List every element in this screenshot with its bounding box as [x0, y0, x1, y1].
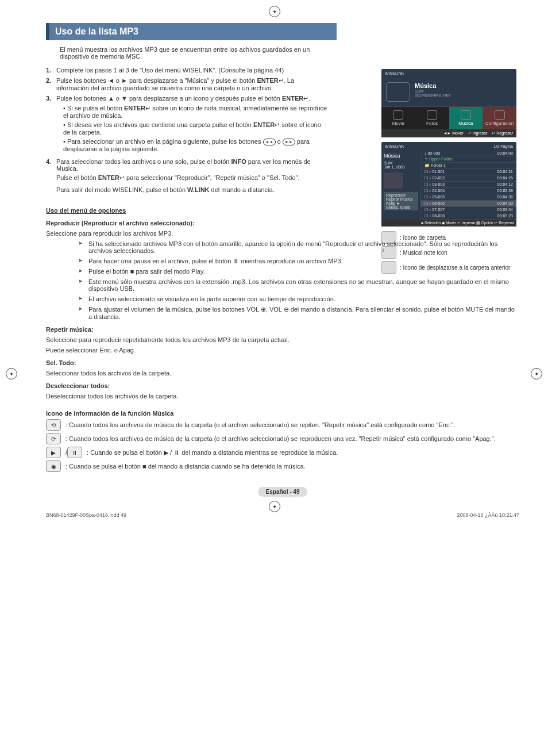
crop-mark-icon: ✦ [269, 501, 280, 512]
step-4: 4. Para seleccionar todos los archivos o… [46, 158, 327, 195]
list-item[interactable]: ☐ ♪ 08-00800:03:23 [421, 213, 516, 220]
opt-deselect-text: Deseleccionar todos los archivos de la c… [46, 393, 519, 400]
step-3-sub-2: • Si desea ver los archivos que contiene… [63, 121, 327, 136]
info-row: ⟳ : Cuando todos los archivos de música … [46, 433, 519, 444]
opt-deselect-heading: Deseleccionar todos: [46, 382, 519, 389]
tab-musica[interactable]: Música [449, 107, 483, 129]
bullet-item: Para hacer una pausa en el archivo, puls… [80, 258, 519, 264]
intro-text: El menú muestra los archivos MP3 que se … [60, 46, 324, 60]
crop-mark-icon: ✦ [531, 368, 542, 379]
tab-fotos[interactable]: Fotos [415, 107, 449, 129]
info-row: ◉ : Cuando se pulsa el botón ■ del mando… [46, 460, 519, 472]
info-row: ▶ / ⏸ : Cuando se pulsa el botón ▶ / ⏸ d… [46, 447, 519, 458]
hint-mover: ◄► Mover [443, 131, 463, 136]
info-icons-heading: Icono de información de la función Músic… [46, 410, 519, 417]
bullet-item: Este menú sólo muestra archivos con la e… [80, 278, 519, 292]
list-item[interactable]: ☐ ♪ 01-00100:04:31 [421, 169, 516, 175]
enter-icon: ↵ [279, 77, 284, 84]
step-2: 2. Pulse los botones ◄ o ► para desplaza… [46, 77, 327, 91]
info-row: ⟲ : Cuando todos los archivos de música … [46, 419, 519, 431]
opt-seltodo-heading: Sel. Todo: [46, 359, 519, 366]
headphones-icon [386, 82, 410, 102]
pause-icon: ⏸ [67, 447, 82, 458]
crop-mark-icon: ✦ [6, 368, 17, 379]
context-menu[interactable]: Reproducir Repetir música Apag ► Selecc.… [384, 192, 418, 210]
list-item[interactable]: 📁 Folder 1 [421, 163, 516, 169]
step-3-sub-3: • Para seleccionar un archivo en la pági… [63, 138, 327, 152]
fastfwd-icon: ►► [283, 139, 295, 145]
bullet-item: Para ajustar el volumen de la música, pu… [80, 306, 519, 320]
stop-icon: ◉ [46, 460, 61, 472]
list-item[interactable]: ☐ ♪ 06-00600:04:30 [421, 201, 516, 207]
wiselink-list-panel: WISELINK 1/2 Página Música SUM Jun 1, 20… [381, 142, 516, 227]
page-number: Español - 49 [46, 488, 519, 495]
tab-config[interactable]: Configuración [483, 107, 516, 129]
bullet-item: El archivo seleccionado se visualiza en … [80, 296, 519, 302]
enter-icon: ↵ [145, 105, 150, 112]
print-file: BN68-01429F-00Spa-0416.indd 49 [46, 512, 126, 518]
enter-icon: ↵ [119, 174, 125, 181]
enter-icon: ↵ [275, 121, 280, 128]
print-timestamp: 2008-04-16 ¿ÀÀü 10:21:47 [457, 512, 519, 518]
play-icon: ▶ [46, 447, 61, 458]
list-item[interactable]: ☐ ♪ 02-00200:04:26 [421, 175, 516, 182]
bullet-item: Si ha seleccionado archivos MP3 con el b… [80, 240, 519, 254]
step-1: 1. Complete los pasos 1 al 3 de "Uso del… [46, 67, 327, 74]
bullet-item: Pulse el botón ■ para salir del modo Pla… [80, 268, 519, 275]
opt-repetir-p1: Seleccione para reproducir repetidamente… [46, 336, 519, 343]
list-item[interactable]: ☐ ♪ 04-00400:03:39 [421, 188, 516, 194]
list-footer-hints: ■ Selección ◆ Mover ↵ Ingresar ▤ Opción … [381, 220, 516, 227]
hint-regresar: ↩ Regresar [492, 131, 513, 136]
crop-mark-icon: ✦ [269, 6, 280, 17]
page-title: Uso de la lista MP3 [46, 23, 337, 40]
step-3: 3. Pulse los botones ▲ o ▼ para desplaza… [46, 95, 327, 155]
enter-icon: ↵ [303, 95, 308, 102]
opt-seltodo-text: Seleccionar todos los archivos de la car… [46, 370, 519, 377]
list-item[interactable]: ☐ ♪ 05-00500:04:36 [421, 194, 516, 201]
opt-repetir-heading: Repetir música: [46, 326, 519, 333]
list-item[interactable]: ↰ Upper Folder [421, 156, 516, 163]
rewind-icon: ◄◄ [263, 139, 276, 145]
opt-repetir-p2: Puede seleccionar Enc. o Apag. [46, 347, 519, 354]
list-item[interactable]: ☐ ♪ 07-00700:03:54 [421, 207, 516, 213]
wiselink-top-panel: WISELINK Música SUM681MB/864MB Free Movi… [381, 69, 516, 137]
repeat-on-icon: ⟲ [46, 419, 61, 431]
step-3-sub-1: • Si se pulsa el botón ENTER↵ sobre un i… [63, 105, 327, 119]
repeat-off-icon: ⟳ [46, 433, 61, 444]
list-item[interactable]: ☐ ♪ 03-00300:04:12 [421, 182, 516, 188]
music-note-icon [384, 172, 403, 189]
tab-movie[interactable]: Movie [381, 107, 415, 129]
hint-ingresar: ↵ Ingresar [468, 131, 488, 136]
